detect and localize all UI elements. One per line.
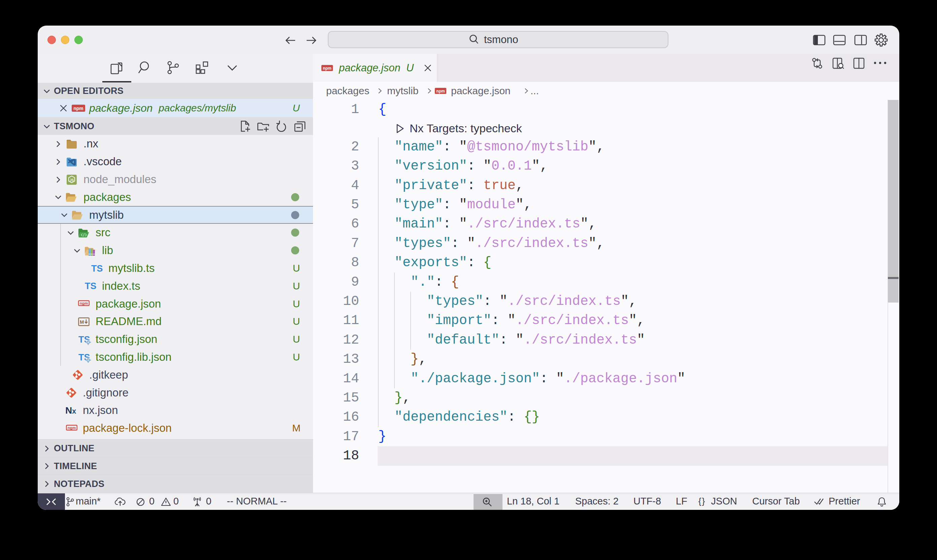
svg-text:TS: TS: [91, 264, 103, 273]
svg-text:x: x: [72, 407, 76, 415]
svg-text:TS: TS: [85, 282, 97, 291]
svg-text:npm: npm: [323, 66, 331, 71]
svg-text:JS: JS: [70, 178, 74, 182]
svg-text:npm: npm: [436, 89, 445, 94]
svg-text:npm: npm: [73, 106, 83, 111]
svg-text:N: N: [65, 406, 72, 415]
svg-text:M: M: [80, 319, 84, 325]
